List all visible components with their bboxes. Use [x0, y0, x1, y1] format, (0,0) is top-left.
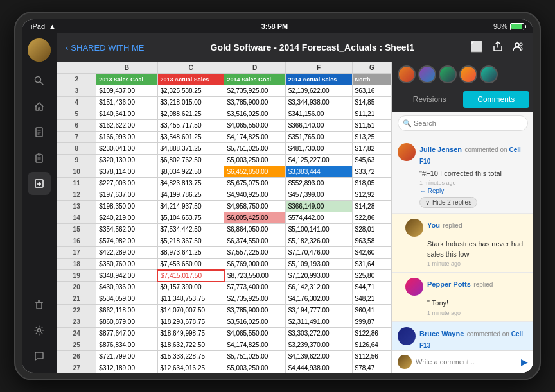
cell-c[interactable]: $2,325,538.25	[157, 85, 224, 97]
cell-c[interactable]: $4,888,371.25	[157, 143, 224, 155]
cell-c[interactable]: $5,218,367.50	[157, 235, 224, 247]
cell-c[interactable]: $15,338,228.75	[157, 351, 224, 362]
cell-b[interactable]: $198,350.00	[96, 201, 157, 212]
tab-comments[interactable]: Comments	[463, 91, 530, 108]
send-icon[interactable]: ▶	[521, 357, 528, 367]
cell-c[interactable]: $11,348,753.75	[157, 293, 224, 305]
cell-d[interactable]: 2014 Sales Goal	[224, 74, 285, 85]
cell-b[interactable]: $227,003.00	[96, 178, 157, 189]
cell-f[interactable]: $7,120,993.00	[285, 270, 352, 282]
cell-d[interactable]: $4,940,925.00	[224, 189, 285, 201]
cell-g[interactable]: $28,01	[352, 224, 391, 235]
collaborator-avatar-3[interactable]	[439, 65, 457, 83]
cell-b[interactable]: $230,041.00	[96, 143, 157, 155]
cell-g[interactable]: $126,64	[352, 339, 391, 351]
cell-d[interactable]: $4,174,825.00	[224, 339, 285, 351]
cell-d[interactable]: $3,516,025.00	[224, 108, 285, 120]
cell-b[interactable]: $430,936.00	[96, 282, 157, 293]
cell-d[interactable]: $6,769,000.00	[224, 259, 285, 270]
cell-b[interactable]: $197,637.00	[96, 189, 157, 201]
cell-f[interactable]: $4,176,302.00	[285, 293, 352, 305]
cell-b[interactable]: $534,059.00	[96, 293, 157, 305]
cell-f[interactable]: $4,444,938.00	[285, 362, 352, 373]
cell-f[interactable]: $341,156.00	[285, 108, 352, 120]
cell-c[interactable]: $18,293,678.75	[157, 316, 224, 328]
col-header-c[interactable]: C	[157, 62, 224, 74]
cell-g[interactable]: $14,28	[352, 201, 391, 212]
cell-b[interactable]: $109,437.00	[96, 85, 157, 97]
reply-link[interactable]: ← Reply	[419, 187, 528, 194]
collaborator-avatar-1[interactable]	[398, 65, 416, 83]
sidebar-item-search[interactable]	[28, 69, 51, 92]
tab-revisions[interactable]: Revisions	[396, 91, 463, 108]
cell-d[interactable]: $5,751,025.00	[224, 143, 285, 155]
cell-d[interactable]: $3,785,900.00	[224, 97, 285, 108]
cell-g[interactable]: $17,82	[352, 143, 391, 155]
cell-b[interactable]: $378,114.00	[96, 166, 157, 178]
cell-d[interactable]: $4,065,550.00	[224, 328, 285, 339]
cell-b[interactable]: $662,118.00	[96, 305, 157, 316]
sidebar-item-trash[interactable]	[28, 293, 51, 316]
cell-c[interactable]: $7,415,017.50	[157, 270, 224, 282]
cell-b[interactable]: $320,130.00	[96, 155, 157, 166]
cell-c[interactable]: $3,455,717.50	[157, 120, 224, 132]
cell-f[interactable]: $3,194,777.00	[285, 305, 352, 316]
cell-b[interactable]: $151,436.00	[96, 97, 157, 108]
cell-f[interactable]: $7,170,476.00	[285, 247, 352, 259]
search-input[interactable]	[398, 115, 528, 131]
comment-avatar-you[interactable]	[405, 219, 423, 237]
cell-d[interactable]: $6,005,425.00	[224, 212, 285, 224]
cell-f[interactable]: $5,100,141.00	[285, 224, 352, 235]
cell-d[interactable]: $5,003,250.00	[224, 362, 285, 373]
collaborator-avatar-4[interactable]	[459, 65, 477, 83]
sidebar-item-documents[interactable]	[28, 121, 51, 144]
cell-g[interactable]: $14,85	[352, 97, 391, 108]
cell-d[interactable]: $3,516,025.00	[224, 316, 285, 328]
sidebar-item-chat[interactable]	[28, 345, 51, 368]
cell-d[interactable]: $7,557,225.00	[224, 247, 285, 259]
cell-g[interactable]: $18,05	[352, 178, 391, 189]
cell-f[interactable]: $481,730.00	[285, 143, 352, 155]
cell-b[interactable]: $350,760.00	[96, 259, 157, 270]
sidebar-item-home[interactable]	[28, 95, 51, 118]
cell-d[interactable]: $8,723,550.00	[224, 270, 285, 282]
cell-f[interactable]: $6,142,312.00	[285, 282, 352, 293]
cell-d[interactable]: $6,374,550.00	[224, 235, 285, 247]
sidebar-item-clipboard[interactable]	[28, 146, 51, 169]
comment-write-input[interactable]	[416, 358, 517, 366]
cell-g[interactable]: North	[352, 74, 391, 85]
cell-b[interactable]: $140,641.00	[96, 108, 157, 120]
comment-avatar-bruce[interactable]	[398, 327, 416, 345]
col-header-d[interactable]: D	[224, 62, 285, 74]
cell-c[interactable]: $8,973,641.25	[157, 247, 224, 259]
cell-c[interactable]: $18,649,998.75	[157, 328, 224, 339]
cell-b[interactable]: $354,562.00	[96, 224, 157, 235]
sidebar-item-upload[interactable]	[28, 172, 51, 195]
cell-f[interactable]: $5,109,193.00	[285, 259, 352, 270]
cell-g[interactable]: $31,64	[352, 259, 391, 270]
cell-f[interactable]: $5,182,326.00	[285, 235, 352, 247]
cell-g[interactable]: $63,58	[352, 235, 391, 247]
cell-g[interactable]: $33,72	[352, 166, 391, 178]
cell-g[interactable]: $12,92	[352, 189, 391, 201]
cell-c[interactable]: $12,634,016.25	[157, 362, 224, 373]
cell-b[interactable]: $162,622.00	[96, 120, 157, 132]
share-icon[interactable]	[492, 40, 504, 55]
cell-f[interactable]: $2,139,622.00	[285, 85, 352, 97]
cell-g[interactable]: $25,80	[352, 270, 391, 282]
cell-b[interactable]: $877,647.00	[96, 328, 157, 339]
cell-d[interactable]: $5,675,075.00	[224, 178, 285, 189]
collaborator-avatar-2[interactable]	[418, 65, 436, 83]
col-header-g[interactable]: G	[352, 62, 391, 74]
cell-b[interactable]: $574,982.00	[96, 235, 157, 247]
cell-c[interactable]: $4,214,937.50	[157, 201, 224, 212]
cell-c[interactable]: $14,070,007.50	[157, 305, 224, 316]
cell-b[interactable]: $312,189.00	[96, 362, 157, 373]
cell-f[interactable]: $3,383,444	[285, 166, 352, 178]
cell-d[interactable]: $5,751,025.00	[224, 351, 285, 362]
cell-g[interactable]: $45,63	[352, 155, 391, 166]
cell-f[interactable]: $4,139,622.00	[285, 351, 352, 362]
cell-d[interactable]: $5,003,250.00	[224, 155, 285, 166]
cell-b[interactable]: $166,993.00	[96, 132, 157, 143]
cell-c[interactable]: $3,548,601.25	[157, 132, 224, 143]
